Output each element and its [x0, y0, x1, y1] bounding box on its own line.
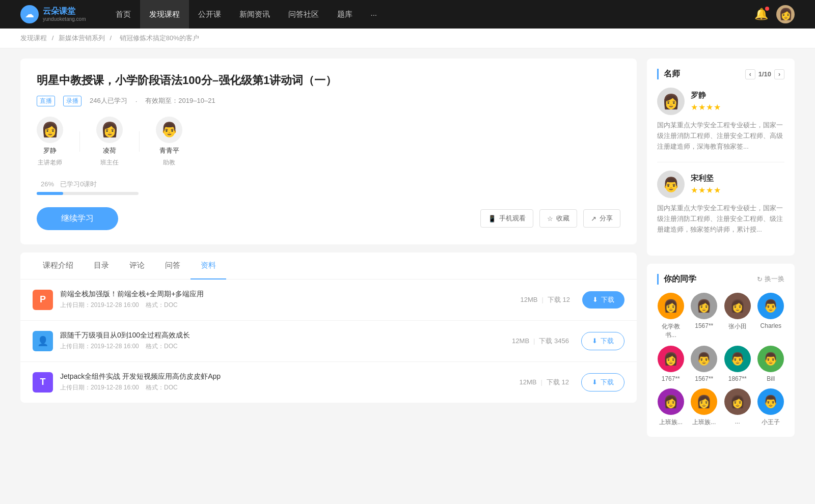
tab-资料[interactable]: 资料 [191, 253, 226, 279]
progress-bar-fill [37, 192, 63, 195]
collect-btn[interactable]: ☆ 收藏 [539, 209, 577, 228]
classmate-avatar: 👨 [757, 293, 784, 319]
classmates-title: 你的同学 [657, 274, 696, 285]
tab-目录[interactable]: 目录 [84, 253, 119, 279]
classmate-item[interactable]: 👨 1567** [691, 346, 718, 382]
resource-downloads: 下载 3456 [539, 337, 569, 346]
download-btn[interactable]: ⬇ 下载 [581, 373, 624, 391]
progress-bar-bg [37, 192, 139, 195]
classmate-item[interactable]: 👩 上班族... [691, 388, 718, 427]
classmates-grid: 👩 化学教书... 👩 1567** 👩 张小田 👨 Charles 👩 176… [657, 293, 784, 427]
classmate-name: 上班族... [692, 418, 716, 427]
refresh-icon: ↻ [757, 275, 763, 283]
resource-stats: 12MB | 下载 12 [520, 378, 569, 387]
teacher-item-凌荷: 👩 凌荷 班主任 [96, 117, 123, 167]
logo[interactable]: ☁ 云朵课堂 yunduoketang.com [20, 5, 86, 23]
breadcrumb-item-1[interactable]: 发现课程 [20, 34, 47, 42]
mobile-watch-btn[interactable]: 📱 手机观看 [480, 209, 533, 228]
classmate-item[interactable]: 👩 化学教书... [657, 293, 685, 340]
tab-课程介绍[interactable]: 课程介绍 [33, 253, 84, 279]
nav-item-···[interactable]: ··· [362, 0, 387, 29]
nav-items: 首页发现课程公开课新闻资讯问答社区题库··· [106, 0, 754, 29]
classmate-item[interactable]: 👩 1567** [691, 293, 718, 340]
classmates-sidebar-card: 你的同学 ↻ 换一换 👩 化学教书... 👩 1567** 👩 张小田 👨 Ch… [647, 264, 795, 437]
valid-until: 有效期至：2019–10–21 [145, 96, 215, 105]
badge-live: 直播 [37, 96, 55, 106]
nav-item-新闻资讯[interactable]: 新闻资讯 [230, 0, 279, 29]
prev-teacher-btn[interactable]: ‹ [745, 69, 755, 79]
share-icon: ↗ [591, 215, 596, 222]
next-teacher-btn[interactable]: › [774, 69, 784, 79]
breadcrumb: 发现课程 / 新媒体营销系列 / 销冠修炼术搞定80%的客户 [0, 29, 815, 48]
sidebar-teacher-profile-罗静: 👩 罗静 ★★★★ 国内某重点大学安全工程专业硕士，国家一级注册消防工程师、注册… [657, 88, 784, 152]
nav-item-首页[interactable]: 首页 [106, 0, 140, 29]
user-avatar[interactable]: 👩 [776, 5, 795, 23]
download-icon: ⬇ [592, 296, 598, 303]
classmate-name: ... [735, 418, 740, 425]
classmate-item[interactable]: 👩 1767** [657, 346, 685, 382]
classmate-item[interactable]: 👨 1867** [724, 346, 751, 382]
tabs-card: 课程介绍目录评论问答资料 P 前端全栈加强版！前端全栈+全周期+多端应用 上传日… [20, 253, 637, 403]
continue-btn[interactable]: 继续学习 [37, 207, 118, 230]
classmate-item[interactable]: 👩 上班族... [657, 388, 685, 427]
classmate-avatar: 👩 [658, 293, 684, 319]
download-btn[interactable]: ⬇ 下载 [582, 291, 624, 309]
teacher-profile-name: 罗静 [691, 91, 721, 100]
progress-label: 26% 已学习0课时 [37, 179, 620, 189]
teacher-profile-avatar: 👩 [657, 88, 685, 115]
tab-问答[interactable]: 问答 [155, 253, 191, 279]
nav-item-发现课程[interactable]: 发现课程 [140, 0, 189, 29]
classmate-item[interactable]: 👩 张小田 [724, 293, 751, 340]
classmate-item[interactable]: 👨 Charles [757, 293, 785, 340]
nav-item-问答社区[interactable]: 问答社区 [279, 0, 328, 29]
classmate-avatar: 👩 [724, 388, 751, 415]
sidebar: 名师 ‹ 1/10 › 👩 罗静 ★★★★ 国内某重点大学安全工程专业硕士，国家… [647, 59, 795, 445]
classmate-avatar: 👨 [757, 388, 784, 415]
star-icon: ☆ [547, 215, 553, 222]
refresh-classmates-btn[interactable]: ↻ 换一换 [757, 274, 784, 284]
teacher-stars: ★★★★ [691, 102, 721, 112]
resource-icon: T [33, 372, 53, 393]
teacher-role: 主讲老师 [38, 158, 62, 167]
course-meta: 直播 录播 246人已学习 · 有效期至：2019–10–21 [37, 96, 620, 106]
course-header-card: 明星中教授课，小学阶段语法100分–强化级第1讲动词（一） 直播 录播 246人… [20, 59, 637, 244]
teacher-item-罗静: 👩 罗静 主讲老师 [37, 117, 63, 167]
classmates-header: 你的同学 ↻ 换一换 [657, 274, 784, 285]
resource-name: Jetpack全组件实战 开发短视频应用高仿皮皮虾App [60, 372, 507, 381]
download-btn[interactable]: ⬇ 下载 [581, 332, 624, 350]
content-area: 明星中教授课，小学阶段语法100分–强化级第1讲动词（一） 直播 录播 246人… [20, 59, 637, 445]
nav-item-题库[interactable]: 题库 [328, 0, 362, 29]
progress-section: 26% 已学习0课时 [37, 179, 620, 195]
classmate-name: 1767** [662, 375, 680, 382]
classmate-avatar: 👩 [691, 388, 717, 415]
classmate-name: 1567** [695, 322, 713, 329]
teacher-stars: ★★★★ [691, 185, 721, 195]
teacher-name: 青青平 [159, 146, 179, 155]
classmate-avatar: 👨 [757, 346, 784, 372]
breadcrumb-item-3: 销冠修炼术搞定80%的客户 [120, 34, 199, 42]
classmate-item[interactable]: 👨 Bill [757, 346, 785, 382]
course-actions: 继续学习 📱 手机观看 ☆ 收藏 ↗ 分享 [37, 207, 620, 230]
classmate-avatar: 👨 [691, 346, 717, 372]
resource-size: 12MB [512, 337, 529, 345]
resource-downloads: 下载 12 [548, 295, 570, 304]
tab-评论[interactable]: 评论 [119, 253, 155, 279]
classmate-item[interactable]: 👨 小王子 [757, 388, 785, 427]
nav-item-公开课[interactable]: 公开课 [189, 0, 230, 29]
share-btn[interactable]: ↗ 分享 [583, 209, 620, 228]
teacher-profile-info: 罗静 ★★★★ [691, 91, 721, 112]
logo-icon: ☁ [20, 5, 39, 23]
breadcrumb-sep-1: / [52, 34, 56, 42]
teacher-name: 凌荷 [103, 146, 116, 155]
teacher-role: 班主任 [100, 158, 119, 167]
classmate-name: 小王子 [762, 418, 780, 427]
resource-item: P 前端全栈加强版！前端全栈+全周期+多端应用 上传日期：2019-12-28 … [20, 279, 637, 321]
resource-icon: P [33, 290, 53, 310]
breadcrumb-sep-2: / [110, 34, 113, 42]
notification-bell[interactable]: 🔔 [754, 8, 768, 21]
breadcrumb-item-2[interactable]: 新媒体营销系列 [59, 34, 105, 42]
page-indicator: 1/10 [758, 70, 771, 78]
classmate-item[interactable]: 👩 ... [724, 388, 751, 427]
teacher-divider [79, 131, 80, 152]
teacher-profile-desc: 国内某重点大学安全工程专业硕士，国家一级注册消防工程师、注册安全工程师、高级注册… [657, 120, 784, 152]
